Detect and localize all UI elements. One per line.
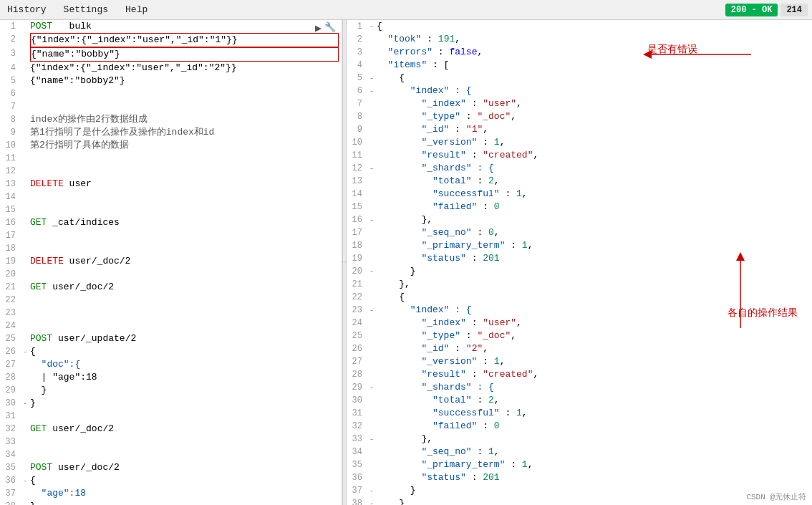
- table-row: 10第2行指明了具体的数据: [0, 139, 342, 152]
- table-row: 20: [0, 268, 342, 281]
- table-row: 26-{: [0, 345, 342, 358]
- line-content: "successful" : 1,: [377, 188, 812, 201]
- line-number: 8: [0, 113, 20, 126]
- line-content: }: [377, 265, 812, 278]
- menu-help[interactable]: Help: [122, 3, 150, 16]
- status-area: 200 - OK 214: [725, 4, 808, 16]
- table-row: 38- }: [347, 497, 812, 505]
- line-marker: -: [367, 381, 377, 394]
- line-content: {: [30, 345, 342, 358]
- table-row: 31: [0, 410, 342, 423]
- table-row: 6: [0, 87, 342, 100]
- table-row: 16GET _cat/indices: [0, 216, 342, 229]
- wrench-icon[interactable]: 🔧: [324, 21, 336, 35]
- line-number: 3: [0, 47, 20, 60]
- line-content: GET user/_doc/2: [30, 423, 342, 436]
- table-row: 35 "_primary_term" : 1,: [347, 458, 812, 471]
- line-content: [30, 410, 342, 423]
- line-content: {: [30, 474, 342, 487]
- table-row: 25 "_type" : "_doc",: [347, 330, 812, 342]
- line-number: 30: [347, 394, 367, 407]
- line-content: "_version" : 1,: [377, 355, 812, 368]
- table-row: 24: [0, 319, 342, 332]
- line-number: 29: [347, 381, 367, 394]
- line-number: 14: [347, 188, 367, 201]
- line-number: 22: [347, 291, 367, 304]
- line-content: },: [377, 433, 812, 446]
- line-content: "_id" : "2",: [377, 342, 812, 355]
- table-row: 36-{: [0, 474, 342, 487]
- line-content: "items" : [: [377, 59, 812, 72]
- line-number: 5: [347, 72, 367, 85]
- table-row: 19DELETE user/_doc/2: [0, 255, 342, 268]
- table-row: 19 "status" : 201: [347, 252, 812, 265]
- run-button[interactable]: ▶: [315, 21, 322, 35]
- table-row: 15: [0, 203, 342, 216]
- line-number: 19: [0, 255, 20, 268]
- line-marker: -: [20, 474, 30, 487]
- main-area: ▶ 🔧 1POST bulk2{"index":{"_index":"user"…: [0, 20, 812, 505]
- line-number: 33: [0, 436, 20, 448]
- line-number: 15: [347, 201, 367, 213]
- line-number: 25: [347, 330, 367, 342]
- table-row: 9 "_id" : "1",: [347, 123, 812, 136]
- line-content: "_seq_no" : 1,: [377, 446, 812, 458]
- line-content: [30, 268, 342, 281]
- line-content: 第1行指明了是什么操作及操作的index和id: [30, 126, 342, 139]
- line-marker: -: [367, 72, 377, 85]
- menu-history[interactable]: History: [4, 3, 49, 16]
- menu-settings[interactable]: Settings: [61, 3, 111, 16]
- line-marker: -: [20, 345, 30, 358]
- line-content: {: [377, 72, 812, 85]
- line-number: 2: [0, 33, 20, 46]
- line-number: 5: [0, 74, 20, 87]
- table-row: 37- }: [347, 484, 812, 497]
- line-content: [30, 203, 342, 216]
- table-row: 23: [0, 307, 342, 319]
- line-content: "_shards" : {: [377, 381, 812, 394]
- table-row: 28 "result" : "created",: [347, 368, 812, 381]
- line-content: "result" : "created",: [377, 149, 812, 162]
- line-number: 12: [347, 162, 367, 175]
- line-number: 29: [0, 384, 20, 397]
- table-row: 31 "successful" : 1,: [347, 407, 812, 420]
- line-number: 23: [347, 304, 367, 317]
- table-row: 22 {: [347, 291, 812, 304]
- line-content: "doc":{: [30, 358, 342, 371]
- table-row: 33: [0, 436, 342, 448]
- line-content: "total" : 2,: [377, 175, 812, 188]
- left-panel: ▶ 🔧 1POST bulk2{"index":{"_index":"user"…: [0, 20, 342, 505]
- line-content: "total" : 2,: [377, 394, 812, 407]
- line-number: 9: [347, 123, 367, 136]
- line-content: "_version" : 1,: [377, 136, 812, 149]
- table-row: 24 "_index" : "user",: [347, 317, 812, 330]
- line-marker: -: [367, 20, 377, 33]
- table-row: 8 "_type" : "_doc",: [347, 110, 812, 123]
- menubar: History Settings Help 200 - OK 214: [0, 0, 812, 20]
- table-row: 34 "_seq_no" : 1,: [347, 446, 812, 458]
- status-ok-badge: 200 - OK: [725, 4, 778, 16]
- line-content: [30, 165, 342, 178]
- table-row: 10 "_version" : 1,: [347, 136, 812, 149]
- table-row: 29 }: [0, 384, 342, 397]
- table-row: 18: [0, 242, 342, 255]
- line-content: [30, 87, 342, 100]
- table-row: 7 "_index" : "user",: [347, 97, 812, 110]
- table-row: 1-{: [347, 20, 812, 33]
- line-number: 7: [347, 97, 367, 110]
- table-row: 3{"name":"bobby"}: [0, 47, 342, 62]
- table-row: 13DELETE user: [0, 178, 342, 191]
- line-number: 32: [347, 420, 367, 433]
- line-number: 28: [347, 368, 367, 381]
- line-content: "failed" : 0: [377, 420, 812, 433]
- line-number: 8: [347, 110, 367, 123]
- line-content: "index" : {: [377, 85, 812, 97]
- line-number: 13: [347, 175, 367, 188]
- table-row: 16- },: [347, 213, 812, 226]
- line-number: 21: [0, 281, 20, 294]
- line-content: "status" : 201: [377, 252, 812, 265]
- table-row: 20- }: [347, 265, 812, 278]
- line-number: 1: [347, 20, 367, 33]
- line-number: 36: [0, 474, 20, 487]
- table-row: 1POST bulk: [0, 20, 342, 33]
